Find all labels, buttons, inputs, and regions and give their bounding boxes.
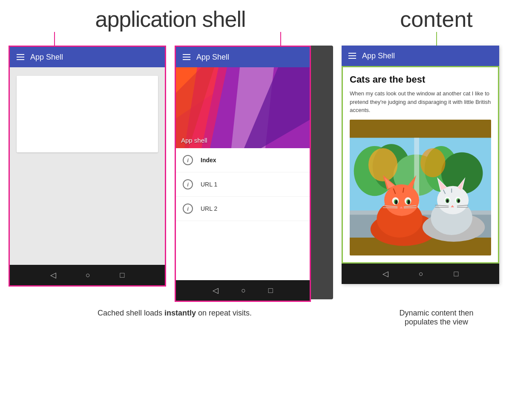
left-connector-line-2 [280,32,281,46]
drawer-menu: i Index i URL 1 i URL 2 [176,148,310,280]
phone2-frame: App Shell [175,46,311,302]
left-caption: Cached shell loads instantly on repeat v… [13,309,336,327]
phone2-navbar: ◁ ○ □ [176,280,310,301]
drawer-item-url2-label: URL 2 [201,205,217,212]
hamburger-icon [17,54,24,60]
right-connector-line [436,32,437,46]
phone1-title: App Shell [30,53,63,62]
svg-point-28 [395,200,397,204]
svg-line-32 [383,207,397,208]
cat-scene-svg [350,120,491,256]
svg-point-46 [446,199,449,203]
back-icon: ◁ [50,270,56,280]
phone3-title: App Shell [362,52,395,60]
home-icon: ○ [86,271,90,280]
content-placeholder [17,76,158,152]
phone3-frame: App Shell Cats are the best When my cats… [342,46,499,284]
drawer-item-url2[interactable]: i URL 2 [176,197,310,221]
drawer-item-url1[interactable]: i URL 1 [176,172,310,197]
phone2-dark-strip [310,46,333,299]
hamburger-icon-2 [183,54,190,60]
recent-icon-3: □ [454,270,458,278]
phone1-frame: App Shell ◁ ○ □ [9,46,166,287]
right-caption: Dynamic content then populates the view [354,309,519,327]
recent-icon: □ [120,271,124,280]
svg-line-34 [404,207,416,208]
svg-point-20 [384,184,419,215]
info-icon-url2: i [183,204,193,214]
phone2-appbar: App Shell [176,47,310,67]
content-body: When my cats look out the window at anot… [350,89,491,115]
home-icon-2: ○ [241,286,246,295]
content-title-top: content [400,6,473,32]
home-icon-3: ○ [419,270,423,278]
drawer-item-index[interactable]: i Index [176,148,310,172]
content-area: Cats are the best When my cats look out … [342,66,499,264]
application-shell-title: application shell [95,6,245,32]
svg-point-47 [457,199,460,203]
cat-image [350,120,491,256]
left-connector-line-1 [54,32,55,46]
phone3-appbar: App Shell [342,46,499,66]
info-icon-index: i [183,155,193,165]
svg-point-13 [368,148,397,181]
hamburger-icon-3 [348,53,356,59]
content-heading: Cats are the best [350,74,491,85]
content-card: Cats are the best When my cats look out … [342,66,499,264]
back-icon-3: ◁ [382,269,388,278]
drawer-label: App shell [181,137,207,144]
info-icon-url1: i [183,179,193,189]
svg-point-29 [408,200,410,204]
recent-icon-2: □ [268,286,273,295]
phone1-appbar: App Shell [10,47,165,67]
svg-point-14 [420,148,446,177]
drawer-header: App shell [176,67,310,148]
back-icon-2: ◁ [213,286,219,295]
drawer-background-svg [176,67,310,148]
phone3-navbar: ◁ ○ □ [342,264,499,284]
drawer-item-url1-label: URL 1 [201,181,217,188]
phone1-navbar: ◁ ○ □ [10,265,165,285]
drawer-item-index-label: Index [201,157,216,164]
phone2-title: App Shell [196,53,229,62]
caption-bold: instantly [164,309,196,317]
